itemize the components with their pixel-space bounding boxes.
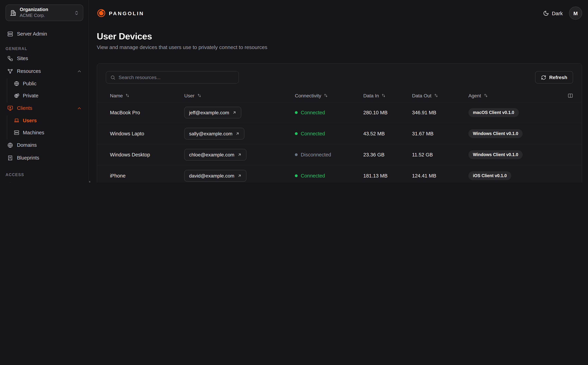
sort-icon: [381, 93, 386, 98]
user-link-button[interactable]: sally@example.com: [184, 128, 244, 140]
app: Organization ACME Corp. Server Admin GEN…: [0, 0, 588, 182]
page-title: User Devices: [97, 31, 582, 42]
agent-badge: Windows Client v0.1.0: [468, 150, 523, 159]
data-out-value: 346.91 MB: [412, 110, 468, 115]
sidebar: Organization ACME Corp. Server Admin GEN…: [0, 0, 88, 182]
column-header-user[interactable]: User: [184, 93, 295, 98]
sidebar-item-label: Server Admin: [17, 31, 47, 37]
globe-icon: [7, 142, 13, 148]
sidebar-item-server-admin[interactable]: Server Admin: [6, 28, 83, 39]
moon-icon: [543, 10, 549, 16]
status-dot: [295, 132, 298, 135]
sidebar-item-label: Blueprints: [17, 155, 39, 161]
sidebar-item-label: Resources: [17, 68, 41, 74]
connectivity-status: Connected: [295, 173, 363, 179]
sort-icon: [434, 93, 438, 98]
column-header-data-out[interactable]: Data Out: [412, 93, 468, 98]
user-link-button[interactable]: david@example.com: [184, 170, 246, 182]
sidebar-item-label: Domains: [17, 142, 37, 148]
sidebar-item-label: Public: [23, 81, 36, 86]
data-in-value: 280.10 MB: [363, 110, 412, 115]
sidebar-item-private[interactable]: Private: [14, 91, 83, 101]
chevron-up-icon: [77, 105, 82, 111]
device-name: Windows Desktop: [110, 152, 184, 157]
sidebar-item-label: Users: [17, 182, 30, 182]
monitor-up-icon: [7, 105, 13, 111]
brand[interactable]: PANGOLIN: [97, 9, 144, 18]
sidebar-item-sites[interactable]: Sites: [6, 53, 83, 64]
chevron-up-down-icon: [74, 10, 79, 15]
sort-icon: [197, 93, 201, 98]
table-header: Name User Connectivity Data In Data Out: [97, 89, 582, 102]
org-switcher[interactable]: Organization ACME Corp.: [6, 5, 83, 21]
sidebar-item-label: Private: [23, 93, 38, 98]
data-in-value: 181.13 MB: [363, 173, 412, 179]
top-bar: PANGOLIN Dark M: [97, 0, 582, 26]
agent-badge: iOS Client v0.1.0: [468, 171, 511, 180]
refresh-button[interactable]: Refresh: [535, 71, 573, 84]
status-dot: [295, 174, 298, 177]
column-header-agent[interactable]: Agent: [468, 93, 561, 98]
arrow-up-right-icon: [237, 174, 242, 178]
resources-sub-list: Public Private: [7, 78, 83, 103]
refresh-icon: [541, 75, 546, 80]
table-row: Windows Desktop chloe@example.com Discon…: [97, 144, 582, 165]
user-link-button[interactable]: chloe@example.com: [184, 149, 246, 161]
globe-lock-icon: [14, 93, 19, 98]
clients-sub-list: Users Machines: [7, 115, 83, 140]
data-out-value: 11.52 GB: [412, 152, 468, 157]
data-in-value: 23.36 GB: [363, 152, 412, 157]
brand-name: PANGOLIN: [109, 10, 144, 16]
user-link-button[interactable]: jeff@example.com: [184, 107, 241, 119]
theme-toggle[interactable]: Dark: [543, 10, 563, 16]
receipt-icon: [7, 155, 13, 161]
agent-badge: Windows Client v0.1.0: [468, 129, 523, 138]
chevron-down-icon: [77, 182, 82, 182]
column-header-connectivity[interactable]: Connectivity: [295, 93, 363, 98]
table-row: iPhone david@example.com Connected 181.1…: [97, 165, 582, 182]
sidebar-item-domains[interactable]: Domains: [6, 140, 83, 151]
globe-icon: [14, 81, 19, 86]
user-icon: [7, 182, 13, 182]
sidebar-item-label: Sites: [17, 56, 28, 61]
sidebar-item-users[interactable]: Users: [6, 179, 83, 182]
device-name: iPhone: [110, 173, 184, 179]
status-dot: [295, 153, 298, 156]
sidebar-item-resources[interactable]: Resources: [6, 66, 83, 77]
chevron-up-icon: [77, 69, 82, 74]
top-bar-right: Dark M: [543, 7, 582, 20]
sidebar-item-machines[interactable]: Machines: [14, 127, 83, 138]
sidebar-item-label: Machines: [23, 130, 44, 135]
arrow-up-right-icon: [236, 132, 240, 136]
sidebar-item-blueprints[interactable]: Blueprints: [6, 152, 83, 163]
connectivity-status: Connected: [295, 131, 363, 136]
avatar[interactable]: M: [569, 7, 582, 20]
sidebar-section-access: ACCESS: [6, 173, 83, 177]
org-switcher-value: ACME Corp.: [20, 13, 48, 19]
sidebar-scrollbar[interactable]: [89, 181, 90, 182]
status-dot: [295, 111, 298, 114]
table-body: MacBook Pro jeff@example.com Connected 2…: [97, 102, 582, 182]
sidebar-item-users-devices[interactable]: Users: [14, 115, 83, 126]
user-email: chloe@example.com: [189, 152, 234, 157]
toggle-columns-button[interactable]: [568, 93, 573, 98]
sidebar-item-label: Clients: [17, 105, 32, 111]
avatar-initial: M: [574, 10, 578, 16]
sort-icon: [324, 93, 328, 98]
data-in-value: 43.52 MB: [363, 131, 412, 136]
table-row: MacBook Pro jeff@example.com Connected 2…: [97, 102, 582, 123]
sidebar-item-public[interactable]: Public: [14, 78, 83, 89]
data-out-value: 31.67 MB: [412, 131, 468, 136]
agent-badge: macOS Client v0.1.0: [468, 108, 519, 117]
column-header-name[interactable]: Name: [110, 93, 184, 98]
sidebar-item-clients[interactable]: Clients: [6, 103, 83, 114]
data-out-value: 124.41 MB: [412, 173, 468, 179]
user-email: sally@example.com: [189, 131, 232, 136]
theme-label: Dark: [552, 10, 563, 16]
connectivity-status: Connected: [295, 110, 363, 115]
sort-icon: [125, 93, 130, 98]
search-input[interactable]: [119, 75, 234, 80]
sites-icon: [7, 56, 13, 61]
column-header-data-in[interactable]: Data In: [363, 93, 412, 98]
server-icon: [7, 31, 13, 37]
